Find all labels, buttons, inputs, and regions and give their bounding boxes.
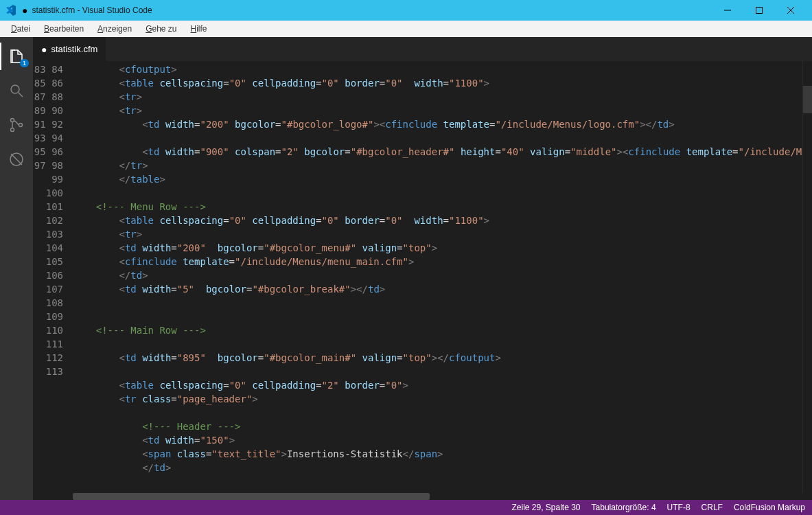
line-number-gutter: 83 84 85 86 87 88 89 90 91 92 93 94 95 9… (33, 61, 73, 493)
minimize-button[interactable] (712, 0, 743, 21)
debug-icon[interactable] (0, 146, 33, 173)
statusbar: Zeile 29, Spalte 30 Tabulatorgröße: 4 UT… (0, 500, 812, 515)
activitybar: 1 (0, 37, 33, 500)
titlebar[interactable]: ● statistik.cfm - Visual Studio Code (0, 0, 812, 21)
horizontal-scrollbar-thumb[interactable] (73, 493, 430, 500)
editor-area: ● statistik.cfm 83 84 85 86 87 88 89 90 … (33, 37, 812, 500)
menu-item-datei[interactable]: Datei (5, 23, 36, 35)
svg-point-6 (11, 119, 14, 122)
tab-statistik[interactable]: ● statistik.cfm (33, 37, 106, 61)
menu-item-gehe zu[interactable]: Gehe zu (140, 23, 182, 35)
menubar: DateiBearbeitenAnzeigenGehe zuHilfe (0, 21, 812, 37)
explorer-icon[interactable]: 1 (0, 43, 33, 70)
minimap-viewport[interactable] (803, 86, 812, 113)
explorer-badge: 1 (20, 59, 29, 67)
status-encoding[interactable]: UTF-8 (667, 503, 691, 512)
svg-point-7 (11, 128, 14, 132)
status-tabsize[interactable]: Tabulatorgröße: 4 (592, 503, 656, 512)
editor[interactable]: 83 84 85 86 87 88 89 90 91 92 93 94 95 9… (33, 61, 812, 493)
svg-point-8 (19, 124, 23, 127)
svg-point-4 (11, 85, 19, 93)
menu-item-bearbeiten[interactable]: Bearbeiten (38, 23, 89, 35)
tab-dirty-indicator: ● (41, 44, 47, 55)
maximize-button[interactable] (743, 0, 775, 21)
svg-rect-1 (756, 8, 763, 14)
svg-line-10 (11, 154, 22, 165)
source-control-icon[interactable] (0, 111, 33, 139)
status-language[interactable]: ColdFusion Markup (734, 503, 805, 512)
svg-line-5 (19, 93, 23, 97)
tab-bar: ● statistik.cfm (33, 37, 812, 61)
vscode-icon (5, 5, 16, 16)
window-title: statistik.cfm - Visual Studio Code (32, 5, 152, 15)
close-button[interactable] (775, 0, 807, 21)
code-content[interactable]: <cfoutput> <table cellspacing="0" cellpa… (73, 61, 802, 493)
title-dirty-indicator: ● (22, 5, 27, 16)
minimap[interactable] (802, 61, 812, 493)
menu-item-anzeigen[interactable]: Anzeigen (92, 23, 137, 35)
status-eol[interactable]: CRLF (701, 503, 723, 512)
menu-item-hilfe[interactable]: Hilfe (185, 23, 213, 35)
horizontal-scrollbar[interactable] (73, 493, 802, 500)
status-position[interactable]: Zeile 29, Spalte 30 (511, 503, 580, 512)
search-icon[interactable] (0, 77, 33, 104)
tab-label: statistik.cfm (51, 44, 97, 54)
